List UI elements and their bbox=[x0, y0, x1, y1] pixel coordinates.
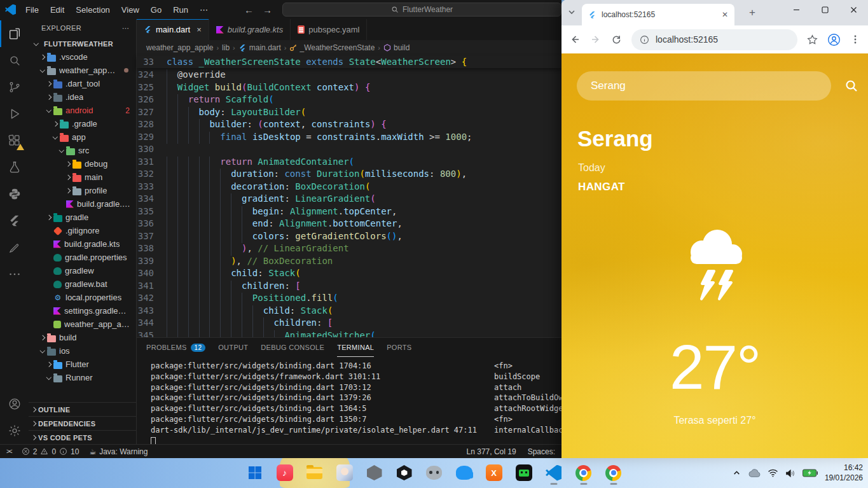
code-editor[interactable]: 324 @override325 Widget build(BuildConte… bbox=[137, 68, 561, 337]
address-bar[interactable]: localhost:52165 bbox=[631, 29, 797, 50]
tree-item-flutterweather[interactable]: FLUTTERWEATHER bbox=[29, 37, 136, 50]
reload-button[interactable] bbox=[611, 34, 622, 45]
code-line-337[interactable]: 337 colors: getGradientColors(), bbox=[137, 231, 561, 244]
terminal-output[interactable]: package:flutter/src/widgets/binding.dart… bbox=[137, 357, 561, 444]
tree-item-local-properties[interactable]: ⚙local.properties bbox=[29, 291, 136, 304]
taskbar-xampp-icon[interactable]: X bbox=[481, 460, 507, 485]
code-line-325[interactable]: 325 Widget build(BuildContext context) { bbox=[137, 82, 561, 95]
tree-item-gradlew-bat[interactable]: gradlew.bat bbox=[29, 277, 136, 291]
battery-icon[interactable] bbox=[803, 469, 818, 477]
tree-item-build-gradle-kts[interactable]: build.gradle.kts bbox=[29, 197, 136, 211]
code-line-335[interactable]: 335 begin: Alignment.topCenter, bbox=[137, 206, 561, 219]
panel-tab-terminal[interactable]: TERMINAL bbox=[337, 338, 374, 357]
history-back-icon[interactable]: ← bbox=[244, 4, 254, 15]
site-info-icon[interactable] bbox=[640, 35, 649, 45]
window-minimize-button[interactable] bbox=[782, 0, 811, 19]
code-line-342[interactable]: 342 Positioned.fill( bbox=[137, 293, 561, 305]
breadcrumb-build[interactable]: build bbox=[383, 43, 410, 52]
code-line-329[interactable]: 329 final isDesktop = constraints.maxWid… bbox=[137, 132, 561, 144]
menu-dots-icon[interactable] bbox=[850, 34, 860, 45]
menu-view[interactable]: View bbox=[116, 3, 145, 17]
panel-tab-output[interactable]: OUTPUT bbox=[218, 338, 248, 357]
cursor-position[interactable]: Ln 377, Col 19 bbox=[467, 447, 516, 456]
tree-item--vscode[interactable]: .vscode bbox=[29, 50, 136, 64]
code-line-331[interactable]: 331 return AnimatedContainer( bbox=[137, 157, 561, 169]
tree-item-main[interactable]: main bbox=[29, 171, 136, 184]
taskbar-unity-dark-icon[interactable] bbox=[392, 460, 417, 485]
breadcrumb[interactable]: weather_app_apple›lib›main.dart›_Weather… bbox=[137, 40, 561, 55]
new-tab-button[interactable]: + bbox=[745, 5, 760, 20]
tree-item-src[interactable]: src bbox=[29, 144, 136, 157]
taskbar-chrome-icon[interactable] bbox=[571, 460, 596, 485]
command-search-box[interactable]: FlutterWeather bbox=[282, 3, 561, 17]
tree-item--gradle[interactable]: .gradle bbox=[29, 117, 136, 130]
tab-search-chevron-icon[interactable] bbox=[568, 8, 575, 16]
panel-tab-problems[interactable]: PROBLEMS12 bbox=[146, 338, 205, 357]
tab-close-icon[interactable]: × bbox=[196, 25, 202, 34]
code-line-338[interactable]: 338 ), // LinearGradient bbox=[137, 243, 561, 256]
forward-button[interactable] bbox=[590, 34, 602, 45]
code-line-343[interactable]: 343 child: Stack( bbox=[137, 305, 561, 318]
section-vs-code-pets[interactable]: VS CODE PETS bbox=[29, 430, 136, 444]
section-outline[interactable]: OUTLINE bbox=[29, 402, 136, 416]
code-line-327[interactable]: 327 body: LayoutBuilder( bbox=[137, 107, 561, 120]
java-status[interactable]: ☕ Java: Warning bbox=[89, 447, 148, 456]
activity-python-icon[interactable] bbox=[0, 181, 29, 207]
menu-selection[interactable]: Selection bbox=[70, 3, 115, 17]
tree-item--idea[interactable]: .idea bbox=[29, 90, 136, 104]
code-line-339[interactable]: 339 ), // BoxDecoration bbox=[137, 256, 561, 268]
code-line-328[interactable]: 328 builder: (context, constraints) { bbox=[137, 119, 561, 132]
tree-item-runner[interactable]: Runner bbox=[29, 371, 136, 384]
tree-item-ios[interactable]: ios bbox=[29, 344, 136, 358]
tray-chevron-up-icon[interactable] bbox=[733, 469, 741, 477]
city-search-field[interactable] bbox=[577, 71, 831, 101]
window-maximize-button[interactable] bbox=[811, 0, 839, 19]
activity-testing-icon[interactable] bbox=[0, 154, 29, 181]
indentation-status[interactable]: Spaces: bbox=[528, 447, 555, 456]
tab-main-dart[interactable]: main.dart× bbox=[137, 19, 209, 40]
problems-status[interactable]: 2 0 10 bbox=[22, 447, 79, 456]
tree-item-gradle-properties[interactable]: gradle.properties bbox=[29, 251, 136, 264]
code-line-333[interactable]: 333 decoration: BoxDecoration( bbox=[137, 181, 561, 194]
breadcrumb--weatherscreenstate[interactable]: _WeatherScreenState bbox=[289, 43, 375, 52]
menu-[interactable]: ⋯ bbox=[194, 3, 214, 17]
tree-item-weather-app-a-[interactable]: weather_app_a… bbox=[29, 317, 136, 331]
panel-tab-debug-console[interactable]: DEBUG CONSOLE bbox=[261, 338, 324, 357]
breadcrumb-lib[interactable]: lib bbox=[222, 43, 230, 52]
taskbar-unity-light-icon[interactable] bbox=[362, 460, 387, 485]
taskbar-godot-icon[interactable] bbox=[422, 460, 447, 485]
breadcrumb-weather-app-apple[interactable]: weather_app_apple bbox=[146, 43, 213, 52]
tab-build-gradle-kts[interactable]: build.gradle.kts bbox=[209, 19, 291, 40]
activity-account-icon[interactable] bbox=[0, 391, 29, 417]
window-close-button[interactable] bbox=[839, 0, 868, 19]
menu-file[interactable]: File bbox=[20, 3, 45, 17]
section-dependencies[interactable]: DEPENDENCIES bbox=[29, 416, 136, 430]
sticky-scroll-line[interactable]: 33class _WeatherScreenState extends Stat… bbox=[137, 55, 561, 68]
tree-item--gitignore[interactable]: .gitignore bbox=[29, 224, 136, 237]
bookmark-star-icon[interactable] bbox=[807, 34, 818, 45]
tree-item-app[interactable]: app bbox=[29, 130, 136, 144]
tree-item-weather-app-[interactable]: weather_app… bbox=[29, 64, 136, 77]
history-forward-icon[interactable]: → bbox=[263, 4, 272, 15]
code-line-324[interactable]: 324 @override bbox=[137, 69, 561, 82]
menu-edit[interactable]: Edit bbox=[45, 3, 70, 17]
code-line-336[interactable]: 336 end: Alignment.bottomCenter, bbox=[137, 218, 561, 231]
taskbar-robot-terminal-icon[interactable] bbox=[511, 460, 537, 485]
taskbar-apple-music-icon[interactable]: ♪ bbox=[272, 460, 298, 485]
code-line-345[interactable]: 345 AnimatedSwitcher( bbox=[137, 330, 561, 338]
breadcrumb-main-dart[interactable]: main.dart bbox=[238, 43, 281, 52]
tree-item-gradle[interactable]: gradle bbox=[29, 211, 136, 224]
activity-pen-icon[interactable] bbox=[0, 234, 29, 261]
explorer-more-icon[interactable]: ⋯ bbox=[122, 24, 130, 32]
tree-item-profile[interactable]: profile bbox=[29, 184, 136, 197]
taskbar-chrome-icon[interactable] bbox=[601, 460, 626, 485]
panel-tab-ports[interactable]: PORTS bbox=[387, 338, 411, 357]
tab-close-icon[interactable]: ✕ bbox=[722, 10, 728, 19]
activity-run-and-debug-icon[interactable] bbox=[0, 101, 29, 127]
back-button[interactable] bbox=[569, 34, 581, 45]
tree-item-build[interactable]: build bbox=[29, 331, 136, 344]
code-line-340[interactable]: 340 child: Stack( bbox=[137, 268, 561, 281]
code-line-326[interactable]: 326 return Scaffold( bbox=[137, 94, 561, 107]
menu-go[interactable]: Go bbox=[145, 3, 167, 17]
tree-item-settings-gradle-[interactable]: settings.gradle… bbox=[29, 304, 136, 317]
